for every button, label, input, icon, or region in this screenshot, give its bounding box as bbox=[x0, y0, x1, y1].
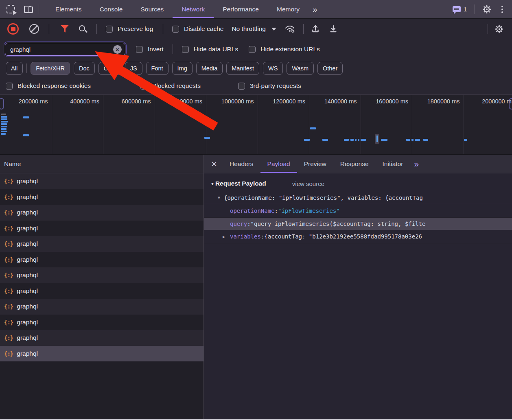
request-row[interactable]: {:}graphql bbox=[0, 189, 203, 205]
hide-extension-urls-checkbox-item[interactable]: Hide extension URLs bbox=[249, 46, 320, 53]
request-row[interactable]: {:}graphql bbox=[0, 252, 203, 268]
fetch-json-icon: {:} bbox=[4, 303, 13, 310]
blocked-response-cookies-checkbox[interactable] bbox=[6, 83, 13, 90]
network-overview-timeline[interactable]: 200000 ms400000 ms600000 ms800000 ms1000… bbox=[0, 94, 512, 155]
export-har-icon[interactable] bbox=[329, 24, 338, 33]
collapse-triangle-icon[interactable]: ▼ bbox=[210, 182, 214, 186]
customize-menu-icon[interactable] bbox=[499, 6, 505, 13]
disable-cache-checkbox[interactable] bbox=[172, 26, 179, 33]
filter-text-field[interactable]: × bbox=[5, 43, 125, 56]
inspect-element-icon[interactable] bbox=[7, 5, 15, 13]
filter-icon[interactable] bbox=[61, 25, 69, 33]
chip-fetch-xhr[interactable]: Fetch/XHR bbox=[31, 62, 70, 75]
preserve-log-checkbox-item[interactable]: Preserve log bbox=[106, 25, 153, 33]
payload-line-operationName[interactable]: operationName: "ipFlowTimeseries" bbox=[204, 204, 512, 217]
third-party-requests-item[interactable]: 3rd-party requests bbox=[238, 82, 301, 90]
request-row[interactable]: {:}graphql bbox=[0, 267, 203, 283]
details-tab-initiator[interactable]: Initiator bbox=[376, 155, 410, 173]
details-tab-preview[interactable]: Preview bbox=[297, 155, 333, 173]
close-details-icon[interactable]: × bbox=[204, 159, 223, 169]
tab-network[interactable]: Network bbox=[173, 0, 214, 18]
timeline-request-bar bbox=[23, 116, 29, 118]
record-network-log-icon[interactable] bbox=[7, 23, 19, 35]
tab-sources[interactable]: Sources bbox=[132, 0, 173, 18]
name-column-header[interactable]: Name bbox=[0, 155, 203, 173]
chip-img[interactable]: Img bbox=[172, 62, 193, 75]
requests-list-pane: Name {:}graphql{:}graphql{:}graphql{:}gr… bbox=[0, 155, 203, 419]
timeline-request-bar bbox=[381, 139, 387, 141]
expand-triangle-icon[interactable]: ▶ bbox=[223, 234, 227, 239]
timeline-tick-label: 600000 ms bbox=[103, 98, 151, 106]
blocked-response-cookies-label: Blocked response cookies bbox=[18, 82, 91, 90]
divider bbox=[39, 4, 39, 14]
chip-other[interactable]: Other bbox=[317, 62, 343, 75]
tab-performance[interactable]: Performance bbox=[214, 0, 268, 18]
chip-doc[interactable]: Doc bbox=[74, 62, 95, 75]
request-row[interactable]: {:}graphql bbox=[0, 221, 203, 236]
request-row[interactable]: {:}graphql bbox=[0, 346, 203, 362]
divider bbox=[163, 24, 163, 34]
filter-input[interactable] bbox=[9, 46, 113, 53]
chip-media[interactable]: Media bbox=[196, 62, 223, 75]
chip-all[interactable]: All bbox=[6, 62, 23, 75]
network-conditions-icon[interactable] bbox=[284, 25, 295, 33]
details-tab-payload[interactable]: Payload bbox=[260, 155, 297, 173]
request-row[interactable]: {:}graphql bbox=[0, 330, 203, 346]
resource-type-chips: AllFetch/XHRDocCSSJSFontImgMediaManifest… bbox=[0, 59, 512, 77]
hide-extension-urls-checkbox[interactable] bbox=[249, 46, 256, 53]
network-settings-gear-icon[interactable] bbox=[494, 24, 504, 34]
import-har-icon[interactable] bbox=[311, 24, 320, 33]
request-payload-title[interactable]: Request Payload bbox=[215, 180, 266, 187]
preserve-log-checkbox[interactable] bbox=[106, 26, 113, 33]
tab-console[interactable]: Console bbox=[91, 0, 132, 18]
throttling-select[interactable]: No throttling bbox=[232, 25, 276, 33]
divider bbox=[96, 24, 97, 34]
chip-wasm[interactable]: Wasm bbox=[287, 62, 314, 75]
chip-ws[interactable]: WS bbox=[263, 62, 283, 75]
chip-manifest[interactable]: Manifest bbox=[226, 62, 259, 75]
request-row[interactable]: {:}graphql bbox=[0, 315, 203, 330]
invert-checkbox[interactable] bbox=[136, 46, 143, 53]
disable-cache-checkbox-item[interactable]: Disable cache bbox=[172, 25, 223, 33]
payload-line-query[interactable]: query: "query ipFlowTimeseries($accountT… bbox=[204, 217, 512, 230]
more-tabs-icon[interactable]: » bbox=[309, 5, 322, 13]
timeline-request-bar bbox=[415, 139, 420, 141]
filter-row: × Invert Hide data URLs Hide extension U… bbox=[0, 39, 512, 59]
issues-counter[interactable]: 1 bbox=[453, 6, 467, 13]
settings-gear-icon[interactable] bbox=[482, 4, 492, 14]
clear-filter-icon[interactable]: × bbox=[113, 45, 122, 54]
request-row[interactable]: {:}graphql bbox=[0, 205, 203, 221]
collapse-triangle-icon[interactable]: ▼ bbox=[218, 195, 220, 200]
clear-network-log-icon[interactable] bbox=[29, 24, 39, 34]
hide-data-urls-checkbox-item[interactable]: Hide data URLs bbox=[182, 46, 238, 53]
blocked-requests-checkbox[interactable] bbox=[140, 83, 147, 90]
payload-line-variables[interactable]: ▶variables: {accountTag: "b12e3b2192ee55… bbox=[204, 230, 512, 243]
request-row[interactable]: {:}graphql bbox=[0, 173, 203, 189]
divider bbox=[303, 24, 304, 34]
third-party-requests-checkbox[interactable] bbox=[238, 83, 245, 90]
details-tab-response[interactable]: Response bbox=[333, 155, 376, 173]
device-toolbar-icon[interactable] bbox=[24, 6, 33, 13]
request-name: graphql bbox=[17, 240, 38, 247]
search-icon[interactable] bbox=[79, 25, 87, 33]
blocked-requests-item[interactable]: Blocked requests bbox=[140, 82, 238, 90]
timeline-tick-label: 1800000 ms bbox=[412, 98, 460, 106]
chip-css[interactable]: CSS bbox=[98, 62, 121, 75]
payload-root-line[interactable]: ▼ {operationName: "ipFlowTimeseries", va… bbox=[204, 191, 512, 204]
blocked-requests-label: Blocked requests bbox=[152, 82, 201, 90]
payload-panel: ▼ Request Payload view source ▼ {operati… bbox=[204, 180, 512, 243]
tab-elements[interactable]: Elements bbox=[46, 0, 91, 18]
chip-font[interactable]: Font bbox=[146, 62, 168, 75]
request-row[interactable]: {:}graphql bbox=[0, 299, 203, 315]
tab-memory[interactable]: Memory bbox=[268, 0, 309, 18]
hide-data-urls-checkbox[interactable] bbox=[182, 46, 189, 53]
view-source-link[interactable]: view source bbox=[292, 180, 324, 187]
blocked-response-cookies-item[interactable]: Blocked response cookies bbox=[6, 82, 140, 90]
request-row[interactable]: {:}graphql bbox=[0, 236, 203, 252]
request-row[interactable]: {:}graphql bbox=[0, 283, 203, 299]
details-more-tabs-icon[interactable]: » bbox=[410, 160, 423, 168]
details-tab-headers[interactable]: Headers bbox=[223, 155, 260, 173]
chip-js[interactable]: JS bbox=[125, 62, 142, 75]
fetch-json-icon: {:} bbox=[4, 319, 13, 326]
invert-checkbox-item[interactable]: Invert bbox=[136, 46, 164, 53]
